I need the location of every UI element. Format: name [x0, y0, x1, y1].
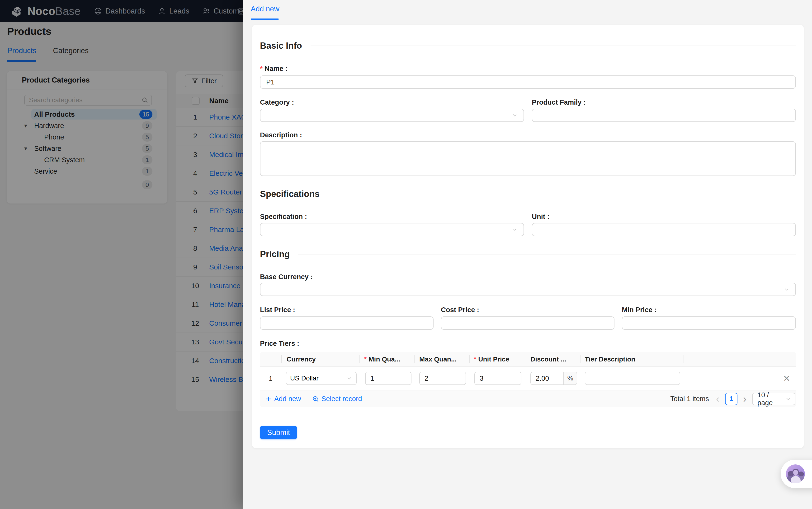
required-marker: * — [260, 65, 262, 73]
section-title: Pricing — [260, 249, 290, 259]
submit-button[interactable]: Submit — [260, 426, 297, 439]
percent-addon: % — [564, 372, 577, 385]
column-unit-price: *Unit Price — [474, 352, 509, 367]
price-tiers-table: Currency *Min Qua... Max Quan... *Unit P… — [260, 352, 796, 407]
drawer-tab-bar: Add new — [243, 0, 812, 20]
min-price-label: Min Price : — [622, 305, 657, 314]
add-product-form-card: Basic Info * Name : Category : Product F… — [252, 25, 804, 448]
column-max-quantity: Max Quan... — [419, 352, 457, 367]
tier-unit-price-field[interactable] — [474, 372, 521, 385]
tier-row-index: 1 — [260, 367, 281, 390]
page-size-select[interactable]: 10 / page — [752, 393, 795, 405]
assistant-widget[interactable] — [781, 460, 812, 488]
screen: NocoBase Dashboards Leads Customers — [0, 0, 812, 509]
product-family-field[interactable] — [532, 109, 796, 122]
tiers-add-new-button[interactable]: Add new — [265, 395, 301, 403]
add-new-drawer: Add new Basic Info * Name : Category : P… — [243, 0, 812, 509]
section-divider — [298, 254, 796, 254]
chevron-down-icon — [512, 112, 518, 118]
category-select[interactable] — [260, 109, 524, 122]
total-items-label: Total 1 items — [670, 395, 709, 403]
section-basic-info: Basic Info — [260, 40, 796, 51]
tier-discount-group: % — [530, 372, 577, 385]
list-price-label: List Price : — [260, 305, 295, 314]
price-tiers-footer: Add new Select record Total 1 items ‹ 1 … — [260, 390, 796, 407]
tab-add-new[interactable]: Add new — [251, 5, 279, 13]
section-specifications: Specifications — [260, 189, 796, 200]
chevron-down-icon — [512, 227, 518, 233]
section-title: Specifications — [260, 189, 319, 199]
section-title: Basic Info — [260, 41, 302, 51]
section-pricing: Pricing — [260, 249, 796, 260]
avatar — [786, 465, 805, 483]
base-currency-select[interactable] — [260, 283, 796, 296]
list-price-field[interactable] — [260, 316, 434, 330]
name-label: * Name : — [260, 64, 287, 73]
tier-discount-field[interactable] — [530, 372, 564, 385]
base-currency-label: Base Currency : — [260, 272, 313, 281]
tiers-select-record-button[interactable]: Select record — [312, 395, 362, 403]
min-price-field[interactable] — [622, 316, 796, 330]
section-divider — [311, 45, 796, 46]
tiers-pagination: Total 1 items ‹ 1 › 10 / page — [670, 393, 796, 405]
chevron-down-icon — [783, 286, 790, 293]
delete-row-icon[interactable]: ✕ — [781, 367, 792, 390]
column-min-quantity: *Min Qua... — [364, 352, 400, 367]
price-tier-row: 1 US Dollar % ✕ — [260, 367, 796, 390]
price-tiers-header: Currency *Min Qua... Max Quan... *Unit P… — [260, 352, 796, 367]
name-field[interactable] — [260, 75, 796, 89]
column-discount: Discount ... — [530, 352, 566, 367]
active-tab-indicator — [251, 19, 279, 20]
tier-description-field[interactable] — [585, 372, 680, 385]
category-label: Category : — [260, 98, 294, 107]
unit-label: Unit : — [532, 212, 550, 221]
price-tiers-label: Price Tiers : — [260, 339, 300, 348]
unit-field[interactable] — [532, 223, 796, 236]
column-currency: Currency — [287, 352, 316, 367]
description-textarea[interactable] — [260, 141, 796, 176]
chevron-down-icon — [785, 396, 791, 402]
prev-page-button[interactable]: ‹ — [716, 393, 719, 405]
tier-max-quantity-field[interactable] — [419, 372, 466, 385]
column-tier-description: Tier Description — [585, 352, 635, 367]
specification-select[interactable] — [260, 223, 524, 236]
description-label: Description : — [260, 131, 302, 139]
section-divider — [328, 194, 796, 194]
page-number-button[interactable]: 1 — [725, 393, 738, 405]
plus-icon — [265, 396, 272, 402]
zoom-in-icon — [312, 396, 319, 403]
product-family-label: Product Family : — [532, 98, 586, 107]
cost-price-field[interactable] — [441, 316, 615, 330]
tier-min-quantity-field[interactable] — [365, 372, 411, 385]
specification-label: Specification : — [260, 212, 307, 221]
cost-price-label: Cost Price : — [441, 305, 479, 314]
tier-currency-value: US Dollar — [290, 375, 319, 382]
chevron-down-icon — [346, 375, 352, 381]
next-page-button[interactable]: › — [743, 393, 747, 405]
tier-currency-select[interactable]: US Dollar — [286, 372, 356, 385]
